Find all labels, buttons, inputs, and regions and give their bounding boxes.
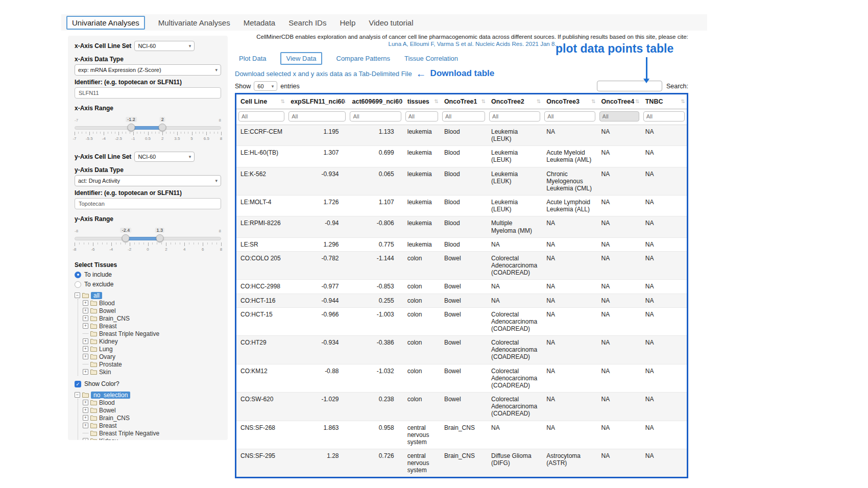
sort-icon[interactable]: ⇅: [281, 99, 285, 104]
column-header-act609699-nci60[interactable]: act609699_nci60⇅: [348, 94, 403, 109]
tree-item-breast-triple-negative[interactable]: Breast Triple Negative: [83, 330, 221, 337]
slider-tick: [89, 132, 90, 135]
table-row: CO:KM12-0.88-1.032colonBowelColorectal A…: [236, 364, 687, 392]
column-header-oncotree2[interactable]: OncoTree2⇅: [487, 94, 542, 109]
slider-handle-to[interactable]: [156, 234, 163, 242]
filter-act609699-nci60[interactable]: [350, 111, 401, 121]
expand-icon[interactable]: +: [83, 338, 88, 344]
x-data-type-select[interactable]: exp: mRNA Expression (Z-Score) ▾: [75, 64, 221, 76]
entries-select[interactable]: 60 ▾: [254, 81, 277, 91]
sort-icon[interactable]: ⇅: [591, 99, 595, 104]
tab-compare-patterns[interactable]: Compare Patterns: [336, 53, 391, 64]
download-link[interactable]: Download selected x and y axis data as a…: [235, 70, 412, 78]
column-header-expslfn11-nci60[interactable]: expSLFN11_nci60⇅: [286, 94, 348, 109]
tree-item-blood[interactable]: +Blood: [83, 299, 221, 307]
expand-icon[interactable]: +: [83, 407, 88, 413]
tree-item-prostate[interactable]: Prostate: [83, 360, 221, 368]
slider-minor-tick: [188, 132, 188, 134]
slider-selected-range[interactable]: [131, 126, 162, 130]
sort-icon[interactable]: ⇅: [397, 99, 401, 104]
filter-oncotree4[interactable]: [599, 111, 639, 121]
y-identifier-input[interactable]: [75, 198, 221, 209]
x-cell-line-set-select[interactable]: NCI-60 ▾: [134, 41, 195, 51]
slider-handle-to[interactable]: [159, 124, 166, 131]
expand-icon[interactable]: +: [83, 400, 88, 405]
filter-oncotree1[interactable]: [442, 111, 485, 121]
x-range-slider[interactable]: -78-1.22-7-5.5-4-2.5-10.523.556.58: [75, 118, 221, 143]
slider-tick: [184, 242, 185, 246]
expand-icon[interactable]: +: [83, 346, 88, 352]
expand-icon[interactable]: +: [83, 308, 88, 313]
tree-item-blood[interactable]: +Blood: [83, 399, 221, 406]
expand-icon[interactable]: +: [83, 438, 88, 440]
tree-item-breast-triple-negative[interactable]: Breast Triple Negative: [83, 429, 221, 437]
slider-handle-from[interactable]: [128, 124, 135, 131]
column-header-oncotree1[interactable]: OncoTree1⇅: [440, 94, 487, 109]
tree-item-breast[interactable]: +Breast: [83, 322, 221, 330]
filter-tnbc[interactable]: [643, 111, 685, 121]
tree-item-bowel[interactable]: +Bowel: [83, 307, 221, 314]
radio-to-exclude[interactable]: To exclude: [75, 281, 221, 288]
tree-root-no-selection[interactable]: −no_selection: [75, 391, 221, 399]
expand-icon[interactable]: +: [83, 315, 88, 321]
expand-icon[interactable]: +: [83, 300, 88, 306]
expand-icon[interactable]: +: [83, 354, 88, 359]
tab-tissue-correlation[interactable]: Tissue Correlation: [404, 53, 458, 64]
tab-view-data[interactable]: View Data: [280, 52, 322, 65]
sort-icon[interactable]: ⇅: [434, 99, 438, 104]
search-input[interactable]: [597, 81, 662, 91]
slider-minor-tick: [134, 242, 135, 245]
tree-item-kidney[interactable]: +Kidney: [83, 337, 221, 345]
filter-oncotree2[interactable]: [489, 111, 540, 121]
tree-item-ovary[interactable]: +Ovary: [83, 353, 221, 360]
tree-item-skin[interactable]: +Skin: [83, 368, 221, 376]
filter-oncotree3[interactable]: [544, 111, 595, 121]
y-range-slider[interactable]: -88-2.41.3-8-6-4-202468: [75, 229, 221, 254]
nav-tab-multivariate-analyses[interactable]: Multivariate Analyses: [158, 18, 230, 27]
column-header-tissues[interactable]: tissues⇅: [403, 94, 440, 109]
y-cell-line-set-select[interactable]: NCI-60 ▾: [134, 152, 195, 162]
sort-icon[interactable]: ⇅: [681, 99, 685, 104]
filter-tissues[interactable]: [405, 111, 438, 121]
tree-root-all[interactable]: −all: [75, 291, 221, 299]
show-color-row[interactable]: ✓ Show Color?: [75, 380, 221, 387]
x-identifier-input[interactable]: [75, 87, 221, 99]
nav-tab-metadata[interactable]: Metadata: [244, 18, 276, 27]
filter-expslfn11-nci60[interactable]: [288, 111, 346, 121]
nav-tab-search-ids[interactable]: Search IDs: [288, 18, 326, 27]
collapse-icon[interactable]: −: [75, 292, 80, 298]
nav-tab-video-tutorial[interactable]: Video tutorial: [369, 18, 413, 27]
tree-item-lung[interactable]: +Lung: [83, 345, 221, 353]
tab-plot-data[interactable]: Plot Data: [239, 53, 266, 64]
slider-selected-range[interactable]: [126, 237, 159, 240]
expand-icon[interactable]: +: [83, 323, 88, 329]
radio-unchecked-icon[interactable]: [75, 281, 81, 288]
slider-tick-label: 8: [220, 247, 222, 252]
sort-icon[interactable]: ⇅: [481, 99, 486, 104]
tree-item-brain-cns[interactable]: +Brain_CNS: [83, 314, 221, 322]
column-header-tnbc[interactable]: TNBC⇅: [641, 94, 687, 109]
radio-to-include[interactable]: To include: [75, 271, 221, 278]
column-header-oncotree3[interactable]: OncoTree3⇅: [542, 94, 597, 109]
tree-item-bowel[interactable]: +Bowel: [83, 406, 221, 414]
filter-cell-line[interactable]: [238, 111, 284, 121]
column-header-oncotree4[interactable]: OncoTree4⇅: [597, 94, 641, 109]
expand-icon[interactable]: +: [83, 423, 88, 428]
tree-item-brain-cns[interactable]: +Brain_CNS: [83, 414, 221, 422]
sort-icon[interactable]: ⇅: [342, 99, 346, 104]
tree-item-kidney[interactable]: +Kidney: [83, 437, 221, 440]
nav-tab-help[interactable]: Help: [340, 18, 355, 27]
slider-handle-from[interactable]: [122, 234, 130, 242]
tree-item-breast[interactable]: +Breast: [83, 422, 221, 429]
column-label: OncoTree4: [601, 98, 635, 105]
nav-tab-univariate-analyses[interactable]: Univariate Analyses: [66, 16, 145, 30]
expand-icon[interactable]: +: [83, 369, 88, 375]
column-header-cell-line[interactable]: Cell Line⇅: [236, 94, 286, 109]
sort-icon[interactable]: ⇅: [635, 99, 639, 104]
radio-checked-icon[interactable]: [75, 272, 81, 278]
collapse-icon[interactable]: −: [75, 392, 80, 398]
expand-icon[interactable]: +: [83, 415, 88, 421]
y-data-type-select[interactable]: act: Drug Activity ▾: [75, 175, 221, 186]
sort-icon[interactable]: ⇅: [537, 99, 541, 104]
checkbox-checked-icon[interactable]: ✓: [75, 381, 81, 387]
